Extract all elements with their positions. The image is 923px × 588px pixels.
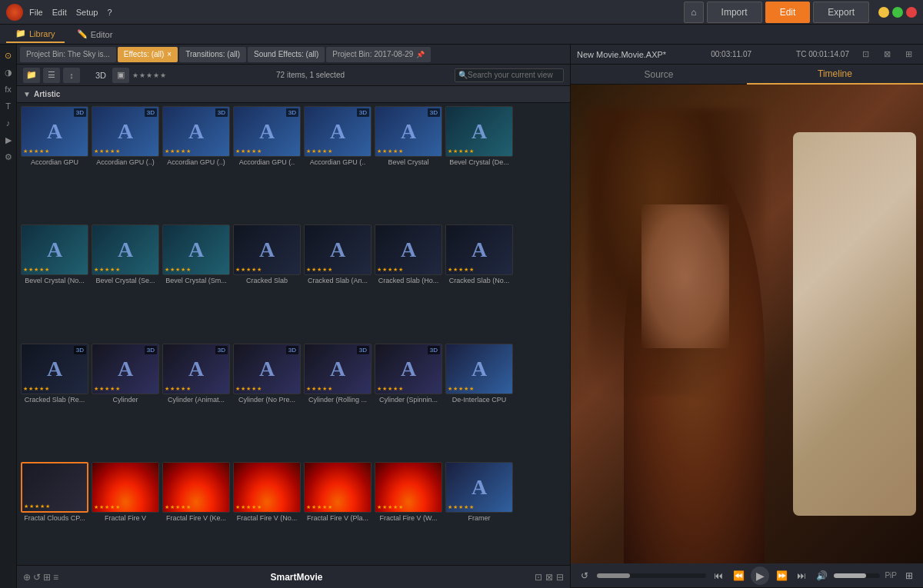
progress-bar[interactable] bbox=[597, 573, 706, 578]
source-tab[interactable]: Source bbox=[571, 65, 747, 85]
sidebar-settings-icon[interactable]: ⚙ bbox=[1, 149, 16, 164]
search-input[interactable] bbox=[468, 71, 560, 79]
smart-right-icon-1[interactable]: ⊡ bbox=[535, 572, 542, 583]
main-layout: ⊙ ◑ fx T ♪ ▶ ⚙ Project Bin: The Sky is..… bbox=[0, 45, 923, 588]
list-view-btn[interactable]: ☰ bbox=[43, 68, 60, 83]
effect-item-26[interactable]: A ★★★★★ Fractal Fire V (W... bbox=[374, 462, 443, 565]
file-menu[interactable]: File bbox=[29, 8, 43, 17]
app-logo bbox=[6, 4, 23, 21]
smart-icon-list[interactable]: ≡ bbox=[53, 572, 58, 583]
effect-item-21[interactable]: A ★★★★★ Fractal Clouds CP... bbox=[20, 462, 89, 565]
smart-right-icon-3[interactable]: ⊟ bbox=[556, 572, 564, 583]
effect-item-24[interactable]: A ★★★★★ Fractal Fire V (No... bbox=[232, 462, 302, 565]
edit-menu[interactable]: Edit bbox=[52, 8, 67, 17]
effect-item-16[interactable]: 3D A ★★★★★ Cylinder (Animat... bbox=[162, 344, 231, 460]
skip-to-start-btn[interactable]: ⏮ bbox=[711, 568, 726, 583]
effect-item-7[interactable]: A ★★★★★ Bevel Crystal (No... bbox=[20, 224, 89, 341]
effect-item-11[interactable]: A ★★★★★ Cracked Slab (An... bbox=[303, 224, 372, 341]
effect-item-8[interactable]: A ★★★★★ Bevel Crystal (Se... bbox=[91, 224, 160, 341]
effect-item-9[interactable]: A ★★★★★ Bevel Crystal (Sm... bbox=[162, 224, 231, 341]
effect-item-6[interactable]: A ★★★★★ Bevel Crystal (De... bbox=[445, 106, 514, 223]
effect-name-15: Cylinder bbox=[112, 396, 138, 404]
loop-icon[interactable]: ↺ bbox=[577, 568, 592, 583]
step-back-btn[interactable]: ⏪ bbox=[731, 568, 746, 583]
effect-item-17[interactable]: 3D A ★★★★★ Cylinder (No Pre... bbox=[232, 344, 302, 460]
effect-item-12[interactable]: A ★★★★★ Cracked Slab (Ho... bbox=[374, 224, 443, 341]
effect-item-13[interactable]: A ★★★★★ Cracked Slab (No... bbox=[445, 224, 514, 341]
effect-name-2: Accordian GPU (..) bbox=[167, 158, 225, 167]
effect-item-14[interactable]: 3D A ★★★★★ Cracked Slab (Re... bbox=[20, 344, 89, 460]
export-button[interactable]: Export bbox=[813, 2, 869, 23]
filter-tab-effects-all[interactable]: Effects: (all) × bbox=[118, 47, 178, 62]
sidebar-audio-icon[interactable]: ♪ bbox=[1, 115, 16, 131]
editor-tab[interactable]: ✏️ Editor bbox=[68, 26, 122, 43]
maximize-button[interactable] bbox=[892, 7, 903, 18]
effect-name-6: Bevel Crystal (De... bbox=[449, 158, 509, 167]
effect-item-20[interactable]: A ★★★★★ De-Interlace CPU bbox=[445, 344, 514, 460]
smart-right-icon-2[interactable]: ⊠ bbox=[545, 572, 553, 583]
effect-item-22[interactable]: A ★★★★★ Fractal Fire V bbox=[91, 462, 160, 565]
rp-icon-1[interactable]: ⊡ bbox=[858, 48, 874, 61]
effect-item-2[interactable]: 3D A ★★★★★ Accordian GPU (..) bbox=[162, 106, 231, 223]
volume-icon[interactable]: 🔊 bbox=[814, 568, 829, 583]
pip-label[interactable]: PiP bbox=[885, 571, 897, 580]
close-button[interactable] bbox=[906, 7, 917, 18]
search-box[interactable]: 🔍 bbox=[455, 68, 564, 82]
effect-item-27[interactable]: A ★★★★★ Framer bbox=[445, 462, 514, 565]
rp-icon-2[interactable]: ⊠ bbox=[880, 48, 895, 61]
sidebar-color-icon[interactable]: ◑ bbox=[1, 65, 16, 80]
edit-button[interactable]: Edit bbox=[765, 2, 811, 23]
smart-icon-grid[interactable]: ⊞ bbox=[43, 572, 51, 583]
effect-stars-16: ★★★★★ bbox=[165, 386, 191, 392]
effect-item-23[interactable]: A ★★★★★ Fractal Fire V (Ke... bbox=[162, 462, 231, 565]
sidebar-fx-icon[interactable]: fx bbox=[1, 81, 16, 97]
sort-btn[interactable]: ↕ bbox=[63, 68, 80, 83]
effect-stars-3: ★★★★★ bbox=[235, 148, 262, 154]
effect-item-3[interactable]: 3D A ★★★★★ Accordian GPU (.. bbox=[232, 106, 302, 223]
smart-bar-icons: ⊕ ↺ ⊞ ≡ bbox=[23, 572, 58, 583]
effect-item-25[interactable]: A ★★★★★ Fractal Fire V (Pla... bbox=[303, 462, 372, 565]
window-buttons bbox=[878, 7, 917, 18]
volume-bar[interactable] bbox=[834, 573, 880, 578]
play-pause-btn[interactable]: ▶ bbox=[751, 566, 769, 585]
home-button[interactable]: ⌂ bbox=[684, 2, 703, 23]
filter-tab-project-bin[interactable]: Project Bin: The Sky is... bbox=[20, 47, 116, 62]
filter-tab-sound-effects[interactable]: Sound Effects: (all) bbox=[248, 47, 325, 62]
library-tab[interactable]: 📁 Library bbox=[6, 26, 65, 43]
effect-item-5[interactable]: 3D A ★★★★★ Bevel Crystal bbox=[374, 106, 443, 223]
help-menu[interactable]: ? bbox=[107, 8, 112, 17]
effect-item-0[interactable]: 3D A ★★★★★ Accordian GPU bbox=[20, 106, 89, 223]
effect-letter-4: A bbox=[330, 119, 345, 144]
right-object bbox=[793, 132, 916, 515]
3d-toggle[interactable]: ▣ bbox=[112, 68, 129, 83]
effect-item-10[interactable]: A ★★★★★ Cracked Slab bbox=[232, 224, 302, 341]
skip-to-end-btn[interactable]: ⏭ bbox=[794, 568, 809, 583]
minimize-button[interactable] bbox=[878, 7, 889, 18]
filter-tab-project-bin2[interactable]: Project Bin: 2017-08-29 📌 bbox=[326, 47, 431, 62]
timeline-tab[interactable]: Timeline bbox=[747, 65, 923, 85]
sidebar-home-icon[interactable]: ⊙ bbox=[1, 48, 16, 63]
sidebar-motion-icon[interactable]: ▶ bbox=[1, 132, 16, 148]
effect-item-4[interactable]: 3D A ★★★★★ Accordian GPU (.. bbox=[303, 106, 372, 223]
rp-icon-3[interactable]: ⊞ bbox=[901, 48, 917, 61]
smart-icon-2[interactable]: ↺ bbox=[33, 572, 41, 583]
effect-item-19[interactable]: 3D A ★★★★★ Cylinder (Spinnin... bbox=[374, 344, 443, 460]
filter-tab-effects-close[interactable]: × bbox=[167, 50, 172, 58]
effect-letter-1: A bbox=[118, 119, 133, 144]
folder-icon-btn[interactable]: 📁 bbox=[23, 68, 40, 83]
effect-item-15[interactable]: 3D A ★★★★★ Cylinder bbox=[91, 344, 160, 460]
smart-icon-1[interactable]: ⊕ bbox=[23, 572, 31, 583]
setup-menu[interactable]: Setup bbox=[76, 8, 98, 17]
effect-item-18[interactable]: 3D A ★★★★★ Cylinder (Rolling ... bbox=[303, 344, 372, 460]
effect-name-24: Fractal Fire V (No... bbox=[237, 514, 298, 523]
pip-icon[interactable]: ⊞ bbox=[901, 568, 917, 583]
filter-tab-transitions[interactable]: Transitions: (all) bbox=[179, 47, 246, 62]
effect-item-1[interactable]: 3D A ★★★★★ Accordian GPU (..) bbox=[91, 106, 160, 223]
effect-stars-22: ★★★★★ bbox=[94, 504, 120, 510]
section-collapse-icon[interactable]: ▼ bbox=[23, 90, 31, 98]
step-forward-btn[interactable]: ⏩ bbox=[774, 568, 789, 583]
sidebar-text-icon[interactable]: T bbox=[1, 98, 16, 114]
effect-stars-23: ★★★★★ bbox=[165, 504, 191, 510]
right-panel-header: New Movie.Movie.AXP* 00:03:11.07 TC 00:0… bbox=[571, 45, 923, 65]
import-button[interactable]: Import bbox=[707, 2, 762, 23]
